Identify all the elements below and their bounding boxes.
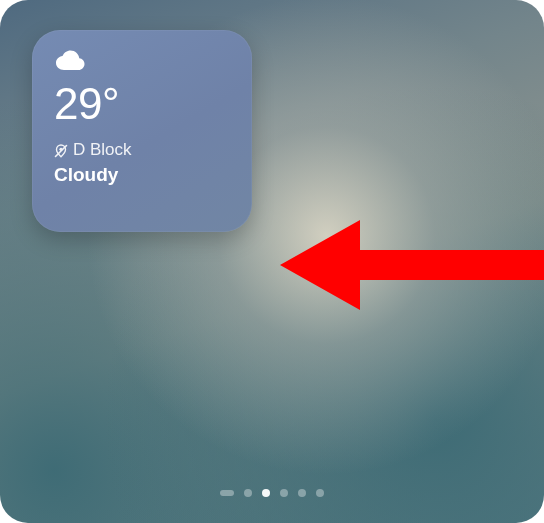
page-dot-1[interactable] [244,489,252,497]
condition-label: Cloudy [54,164,232,186]
cloud-icon [54,50,88,72]
location-row: D Block [54,140,232,160]
location-label: D Block [73,140,132,160]
location-off-icon [54,143,68,157]
page-dot-5[interactable] [316,489,324,497]
page-dot-2[interactable] [262,489,270,497]
weather-widget[interactable]: 29° D Block Cloudy [32,30,252,232]
page-dot-0[interactable] [220,490,234,496]
temperature-value: 29° [54,82,232,126]
page-dot-3[interactable] [280,489,288,497]
annotation-arrow [280,210,544,330]
page-dot-4[interactable] [298,489,306,497]
svg-marker-2 [280,220,544,310]
home-screen[interactable]: 29° D Block Cloudy [0,0,544,523]
page-indicator[interactable] [0,489,544,497]
